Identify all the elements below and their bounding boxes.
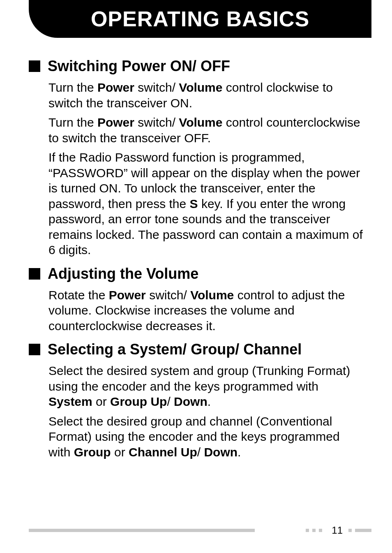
page-number: 11 [332, 525, 343, 536]
manual-page: OPERATING BASICS Switching Power ON/ OFF… [0, 0, 392, 553]
square-bullet-icon [29, 268, 40, 280]
square-dot-icon [319, 529, 322, 532]
header-bar: OPERATING BASICS [29, 0, 371, 38]
section-heading: Selecting a System/ Group/ Channel [29, 341, 363, 358]
paragraph: Select the desired system and group (Tru… [48, 363, 363, 410]
section-title: Adjusting the Volume [48, 265, 198, 282]
page-title: OPERATING BASICS [29, 7, 371, 31]
paragraph: Turn the Power switch/ Volume control cl… [48, 80, 363, 111]
square-dot-icon [306, 529, 309, 532]
section-title: Switching Power ON/ OFF [48, 58, 230, 75]
paragraph: Select the desired group and channel (Co… [48, 414, 363, 460]
section-title: Selecting a System/ Group/ Channel [48, 341, 302, 358]
footer-decoration-right [348, 529, 371, 532]
header-wrap: OPERATING BASICS [0, 0, 392, 38]
content-area: Switching Power ON/ OFF Turn the Power s… [0, 38, 392, 460]
footer-decoration-squares [306, 529, 322, 532]
section-heading: Switching Power ON/ OFF [29, 58, 363, 75]
square-bullet-icon [29, 344, 40, 355]
square-dot-icon [312, 529, 316, 532]
paragraph: If the Radio Password function is progra… [48, 150, 363, 258]
paragraph: Turn the Power switch/ Volume control co… [48, 115, 363, 146]
square-bullet-icon [29, 60, 40, 72]
bar-icon [355, 529, 371, 532]
section-heading: Adjusting the Volume [29, 265, 363, 282]
footer-decoration-left [29, 529, 255, 532]
paragraph: Rotate the Power switch/ Volume control … [48, 287, 363, 334]
square-dot-icon [348, 529, 352, 532]
footer: 11 [29, 526, 371, 534]
